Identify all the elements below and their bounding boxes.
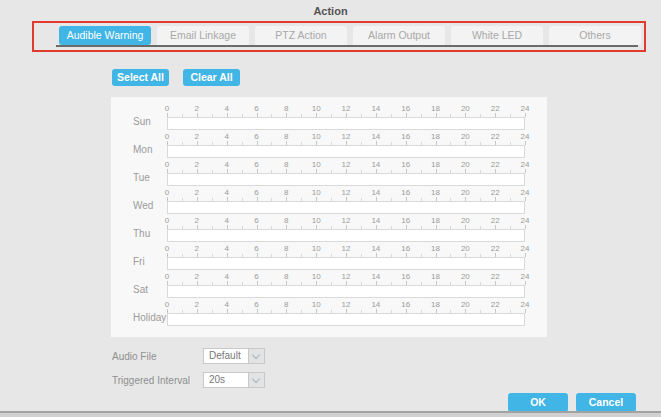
timeline-bar-fri[interactable] [167, 257, 525, 270]
tick-mark [525, 169, 526, 173]
tab-others[interactable]: Others [549, 26, 641, 45]
hour-label: 4 [224, 132, 228, 141]
tick-mark [391, 170, 392, 173]
clear-all-button[interactable]: Clear All [183, 69, 240, 86]
tick-mark [197, 197, 198, 201]
tick-mark [257, 141, 258, 145]
hour-label: 24 [521, 244, 530, 253]
schedule-row-tue: Tue024681012141618202224 [167, 159, 525, 187]
tick-mark [510, 254, 511, 257]
tick-mark [480, 114, 481, 117]
hour-label: 6 [254, 132, 258, 141]
timeline-bar-tue[interactable] [167, 173, 525, 186]
hour-label: 22 [491, 132, 500, 141]
tick-mark [301, 198, 302, 201]
hour-label: 4 [224, 300, 228, 309]
page-title: Action [0, 5, 661, 17]
timeline-bar-sat[interactable] [167, 285, 525, 298]
hour-label: 4 [224, 160, 228, 169]
hour-label: 2 [195, 244, 199, 253]
tick-mark [316, 281, 317, 285]
tick-mark [286, 281, 287, 285]
tick-mark [495, 113, 496, 117]
hour-label: 16 [401, 104, 410, 113]
tick-mark [495, 197, 496, 201]
tick-mark [301, 114, 302, 117]
tab-audible-warning[interactable]: Audible Warning [59, 26, 151, 45]
tick-mark [167, 169, 168, 173]
hour-label: 4 [224, 216, 228, 225]
hour-scale-sat: 024681012141618202224 [167, 271, 525, 281]
tick-mark [376, 113, 377, 117]
cancel-button[interactable]: Cancel [576, 393, 636, 412]
timeline-bar-thu[interactable] [167, 229, 525, 242]
hour-label: 10 [312, 300, 321, 309]
hour-label: 8 [284, 244, 288, 253]
chevron-down-icon[interactable] [248, 373, 264, 387]
hour-label: 10 [312, 132, 321, 141]
timeline-bar-wed[interactable] [167, 201, 525, 214]
tick-mark [301, 142, 302, 145]
field-row-triggered-interval: Triggered Interval20s [112, 372, 272, 388]
tick-mark [480, 226, 481, 229]
hour-label: 16 [401, 272, 410, 281]
hour-label: 14 [371, 272, 380, 281]
timeline-bar-sun[interactable] [167, 117, 525, 130]
tick-mark [436, 253, 437, 257]
tick-mark [257, 169, 258, 173]
timeline-bar-holiday[interactable] [167, 313, 525, 326]
tick-mark [197, 113, 198, 117]
hour-label: 24 [521, 272, 530, 281]
tick-mark [406, 141, 407, 145]
schedule-row-holiday: Holiday024681012141618202224 [167, 299, 525, 327]
tick-mark [331, 310, 332, 313]
tick-mark [212, 254, 213, 257]
hour-label: 0 [165, 132, 169, 141]
hour-label: 10 [312, 188, 321, 197]
tab-white-led[interactable]: White LED [451, 26, 543, 45]
hour-label: 24 [521, 188, 530, 197]
tick-mark [331, 114, 332, 117]
tick-mark [167, 141, 168, 145]
tick-mark [227, 225, 228, 229]
tick-mark [212, 310, 213, 313]
tick-row-mon [167, 141, 525, 145]
hour-label: 2 [195, 272, 199, 281]
tick-row-wed [167, 197, 525, 201]
hour-label: 24 [521, 300, 530, 309]
day-label-sat: Sat [133, 284, 148, 295]
hour-label: 6 [254, 272, 258, 281]
tick-mark [436, 225, 437, 229]
hour-label: 14 [371, 244, 380, 253]
ok-button[interactable]: OK [508, 393, 568, 412]
audio-file-dropdown[interactable]: Default [203, 348, 265, 364]
tab-email-linkage[interactable]: Email Linkage [157, 26, 249, 45]
triggered-interval-dropdown[interactable]: 20s [203, 372, 265, 388]
tick-mark [197, 309, 198, 313]
tick-mark [182, 226, 183, 229]
hour-label: 20 [461, 188, 470, 197]
hour-label: 18 [431, 216, 440, 225]
hour-label: 2 [195, 216, 199, 225]
hour-label: 8 [284, 132, 288, 141]
hour-scale-tue: 024681012141618202224 [167, 159, 525, 169]
tick-mark [406, 197, 407, 201]
tick-mark [331, 142, 332, 145]
tick-mark [301, 254, 302, 257]
chevron-down-icon[interactable] [248, 349, 264, 363]
hour-label: 12 [342, 188, 351, 197]
tick-mark [242, 142, 243, 145]
tick-mark [495, 309, 496, 313]
schedule-grid: Sun024681012141618202224Mon0246810121416… [111, 97, 547, 337]
tick-mark [242, 282, 243, 285]
tab-ptz-action[interactable]: PTZ Action [255, 26, 347, 45]
select-all-button[interactable]: Select All [112, 69, 169, 86]
hour-label: 18 [431, 188, 440, 197]
tick-mark [331, 226, 332, 229]
timeline-bar-mon[interactable] [167, 145, 525, 158]
tick-mark [436, 309, 437, 313]
schedule-row-sat: Sat024681012141618202224 [167, 271, 525, 299]
tick-mark [450, 310, 451, 313]
tab-alarm-output[interactable]: Alarm Output [353, 26, 445, 45]
tick-mark [406, 225, 407, 229]
